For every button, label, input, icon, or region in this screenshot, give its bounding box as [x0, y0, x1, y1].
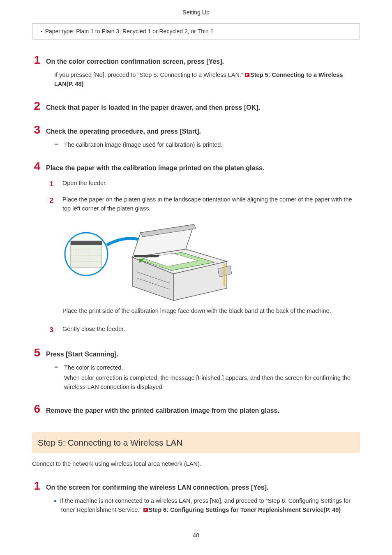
svg-rect-14 [134, 255, 159, 257]
page-header: Setting Up [0, 8, 392, 17]
step-title: On the screen for confirming the wireles… [46, 483, 268, 493]
substep-text: Place the paper on the platen glass in t… [62, 195, 360, 213]
page-number: 48 [0, 531, 392, 540]
svg-rect-2 [71, 241, 102, 245]
dash-bullet: - [41, 28, 45, 35]
step-title: On the color correction confirmation scr… [46, 57, 224, 67]
note-box: -Paper type: Plain 1 to Plain 3, Recycle… [32, 23, 360, 39]
printer-illustration [62, 216, 239, 303]
step-title: Remove the paper with the printed calibr… [46, 406, 279, 416]
substep-number: 2 [48, 195, 53, 206]
step-title: Check the operating procedure, and press… [46, 127, 201, 136]
step-number: 3 [32, 124, 40, 136]
result-arrow-icon: ➠ [54, 363, 62, 371]
link-icon [245, 73, 249, 77]
step5-followup: When color correction is completed, the … [64, 374, 360, 392]
substep-text: Open the feeder. [62, 179, 360, 188]
step-number: 1 [32, 54, 40, 66]
substep-1: 1 Open the feeder. [48, 179, 360, 190]
step-number: 6 [32, 403, 40, 415]
step-number: 4 [32, 161, 40, 172]
substep-2: 2 Place the paper on the platen glass in… [48, 195, 360, 319]
svg-rect-19 [224, 264, 225, 286]
step-number: 5 [32, 347, 40, 358]
step5-result: The color is corrected. [64, 363, 360, 372]
bullet-link[interactable]: Step 6: Configuring Settings for Toner R… [149, 506, 341, 513]
substep-caption: Place the print side of the calibration … [62, 307, 360, 316]
section5-step-1: 1 On the screen for confirming the wirel… [32, 480, 360, 515]
step-3: 3 Check the operating procedure, and pre… [32, 124, 360, 150]
note-text: Paper type: Plain 1 to Plain 3, Recycled… [45, 28, 214, 35]
step-4: 4 Place the paper with the calibration i… [32, 161, 360, 335]
result-arrow-icon: ➠ [54, 141, 62, 148]
bullet-item: If the machine is not connected to a wir… [54, 497, 360, 515]
step-5: 5 Press [Start Scanning]. ➠ The color is… [32, 347, 360, 392]
substep-number: 3 [48, 325, 53, 335]
step-2: 2 Check that paper is loaded in the pape… [32, 100, 360, 113]
step-title: Place the paper with the calibration ima… [46, 163, 265, 173]
link-icon [143, 508, 148, 512]
step1-body-pre: If you pressed [No], proceed to "Step 5:… [54, 72, 245, 78]
section-heading-step5: Step 5: Connecting to a Wireless LAN [32, 432, 360, 453]
step-number: 2 [32, 100, 40, 112]
step-1: 1 On the color correction confirmation s… [32, 54, 360, 89]
substep-number: 1 [48, 179, 53, 190]
substep-text: Gently close the feeder. [62, 325, 360, 334]
section-intro: Connect to the network using wireless lo… [32, 460, 360, 469]
step-title: Check that paper is loaded in the paper … [46, 103, 260, 113]
step-number: 1 [32, 480, 40, 492]
substep-3: 3 Gently close the feeder. [48, 325, 360, 335]
step-title: Press [Start Scanning]. [46, 349, 118, 359]
step-6: 6 Remove the paper with the printed cali… [32, 403, 360, 416]
step3-result: The calibration image (image used for ca… [64, 141, 360, 150]
